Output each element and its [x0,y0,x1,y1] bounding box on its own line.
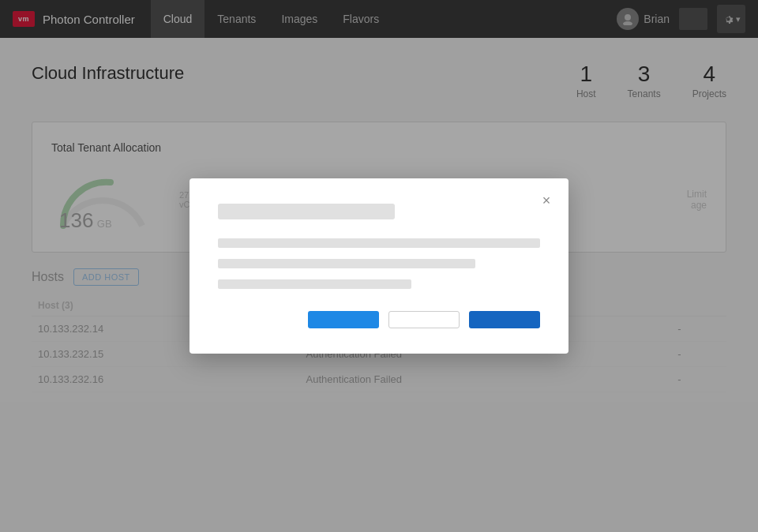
modal-cancel-button[interactable] [388,311,460,328]
close-icon: × [542,193,551,209]
modal-skeleton-bar-2 [218,259,475,268]
modal-confirm-button[interactable] [469,311,540,328]
modal-close-button[interactable]: × [537,191,556,210]
modal-skeleton-title [218,204,395,219]
modal-left-button[interactable] [308,311,379,328]
modal-skeleton-bar-1 [218,238,540,248]
modal-dialog: × [190,178,568,354]
modal-overlay[interactable]: × [0,0,758,532]
modal-skeleton-bar-3 [218,279,411,289]
modal-footer [218,311,540,328]
